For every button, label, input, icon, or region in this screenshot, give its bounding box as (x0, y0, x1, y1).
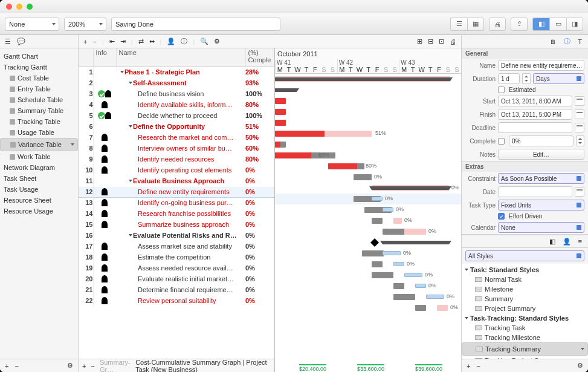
effort-checkbox[interactable] (498, 213, 505, 220)
table-row[interactable]: 5Decide whether to proceed100% (79, 110, 274, 121)
sidebar-item[interactable]: Variance Table (0, 138, 78, 151)
table-row[interactable]: 12Define new entity requirements0% (79, 186, 274, 197)
gantt-row[interactable]: 0% (275, 302, 461, 313)
table-row[interactable]: 1Phase 1 - Strategic Plan28% (79, 67, 274, 77)
table-row[interactable]: 16Evaluate Potential Risks and R…0% (79, 230, 274, 241)
gantt-row[interactable]: 0% (275, 204, 461, 215)
footer-tab-1[interactable]: Summary-Gr… (100, 359, 131, 373)
name-field[interactable]: Define new entity requireme… (498, 60, 584, 71)
inspector-tab-info[interactable]: ⓘ (564, 37, 570, 46)
constraint-cal-icon[interactable] (575, 187, 584, 197)
print-button[interactable]: 🖨 (489, 18, 506, 31)
table-row[interactable]: 21Determine financial requireme…0% (79, 284, 274, 295)
table-row[interactable]: 10Identify operating cost elements0% (79, 165, 274, 175)
table-row[interactable]: 9Identify needed resources80% (79, 154, 274, 165)
remove-view[interactable]: − (15, 362, 18, 370)
table-row[interactable]: 13Identify on-going business pur…0% (79, 197, 274, 208)
table-row[interactable]: 18Estimate the competition0% (79, 252, 274, 263)
gantt-tool-1[interactable]: ⊞ (417, 38, 422, 45)
filter-dropdown[interactable]: None (5, 18, 59, 31)
panel-left[interactable]: ◧ (532, 18, 549, 31)
sidebar-item[interactable]: Task Sheet (0, 173, 78, 184)
sidebar-item[interactable]: Cost Table (0, 73, 78, 83)
footer-tab-2[interactable]: Cost-Cummulative Summary Graph | Project… (135, 359, 271, 373)
styles-filter[interactable]: All Styles (465, 250, 584, 261)
sidebar-item[interactable]: Resource Usage (0, 206, 78, 217)
style-tab-2[interactable]: 👤 (563, 238, 571, 246)
panel-center[interactable]: ▭ (549, 18, 566, 31)
duration-stepper[interactable] (522, 73, 531, 84)
gantt-row[interactable]: 0% (275, 270, 461, 281)
gantt-row[interactable]: 0% (275, 259, 461, 270)
sidebar-item[interactable]: Tracking Table (0, 116, 78, 127)
gantt-chart[interactable]: October 2011 W 41MTWTFSSW 42MTWTFSSW 43M… (275, 48, 461, 372)
table-row[interactable]: 2Self-Assessment93% (79, 77, 274, 88)
gantt-row[interactable]: 0% (275, 292, 461, 302)
inspector-tab-text[interactable]: T (578, 38, 582, 45)
calendar-select[interactable]: None (498, 222, 584, 233)
link-button[interactable]: ⇄ (138, 38, 144, 45)
col-name[interactable]: Name (116, 48, 245, 67)
gantt-tool-2[interactable]: ⊟ (428, 38, 433, 45)
deadline-cal-icon[interactable] (575, 123, 584, 132)
complete-stepper[interactable] (576, 135, 584, 146)
gantt-row[interactable]: 60% (275, 150, 461, 161)
style-tab-1[interactable]: ◧ (549, 238, 555, 246)
info-button[interactable]: ⓘ (181, 37, 187, 46)
table-row[interactable]: 17Assess market size and stability0% (79, 241, 274, 252)
gantt-row[interactable] (275, 117, 461, 128)
panel-right[interactable]: ◨ (566, 18, 583, 31)
style-tab-3[interactable]: ≡ (578, 238, 582, 245)
table-row[interactable]: 19Assess needed resource avail…0% (79, 263, 274, 273)
grid-add[interactable]: + (82, 362, 86, 370)
gantt-row[interactable]: 51% (275, 128, 461, 139)
chat-icon[interactable]: 💬 (17, 38, 25, 45)
zoom-dropdown[interactable]: 200% (64, 18, 106, 31)
gantt-row[interactable] (275, 74, 461, 85)
notes-edit-button[interactable]: Edit… (498, 149, 584, 160)
table-row[interactable]: 14Research franchise possibilities0% (79, 208, 274, 219)
gantt-row[interactable]: 0% (275, 172, 461, 183)
style-settings-icon[interactable]: ⚙ (577, 362, 583, 370)
col-complete[interactable]: (%) Comple (245, 48, 274, 67)
gantt-row[interactable]: 0% (275, 215, 461, 226)
gantt-row[interactable]: 0% (275, 226, 461, 237)
view-settings-icon[interactable]: ⚙ (67, 362, 73, 370)
style-add[interactable]: + (467, 362, 470, 370)
style-item[interactable]: Task: Standard Styles (462, 265, 588, 275)
table-row[interactable]: 22Review personal suitability0% (79, 295, 274, 306)
close-window[interactable] (6, 4, 12, 10)
sidebar-item[interactable]: Summary Table (0, 105, 78, 116)
style-item[interactable]: Project Summary (462, 304, 588, 313)
style-item[interactable]: Milestone (462, 284, 588, 294)
table-row[interactable]: 20Evaluate realistic initial market…0% (79, 273, 274, 284)
duration-units[interactable]: Days (533, 73, 584, 84)
outdent-button[interactable]: ⇤ (109, 38, 115, 45)
minimize-window[interactable] (16, 4, 22, 10)
sidebar-item[interactable]: Gantt Chart (0, 51, 78, 62)
unlink-button[interactable]: ⇹ (149, 38, 155, 45)
table-row[interactable]: 8Interview owners of similar bu…60% (79, 143, 274, 154)
share-button[interactable]: ⇪ (511, 18, 528, 31)
grid-remove[interactable]: − (91, 362, 94, 370)
style-item[interactable]: Tracking Summary (462, 342, 588, 356)
finish-field[interactable]: Oct 13, 2011, 5:00 PM (498, 109, 572, 120)
start-cal-icon[interactable] (575, 96, 584, 106)
view-list-button[interactable]: ☰ (450, 18, 467, 31)
inspector-tab-doc[interactable]: 🗎 (550, 38, 557, 45)
col-num[interactable] (79, 48, 93, 67)
gantt-row[interactable]: 0% (275, 281, 461, 292)
gantt-row[interactable]: 0% (275, 183, 461, 194)
style-item[interactable]: Tracking Task (462, 323, 588, 333)
gantt-row[interactable] (275, 96, 461, 106)
sidebar-item[interactable]: Schedule Table (0, 94, 78, 105)
gantt-row[interactable] (275, 139, 461, 150)
gantt-row[interactable] (275, 237, 461, 248)
complete-checkbox[interactable] (498, 138, 505, 145)
zoom-tool[interactable]: 🔍 (200, 38, 208, 45)
table-row[interactable]: 15Summarize business approach0% (79, 219, 274, 230)
search-field[interactable]: Saving Done (111, 18, 280, 31)
gantt-row[interactable]: 80% (275, 161, 461, 172)
col-info[interactable]: Info (93, 48, 116, 67)
table-row[interactable]: 4Identify available skills, inform…80% (79, 99, 274, 110)
